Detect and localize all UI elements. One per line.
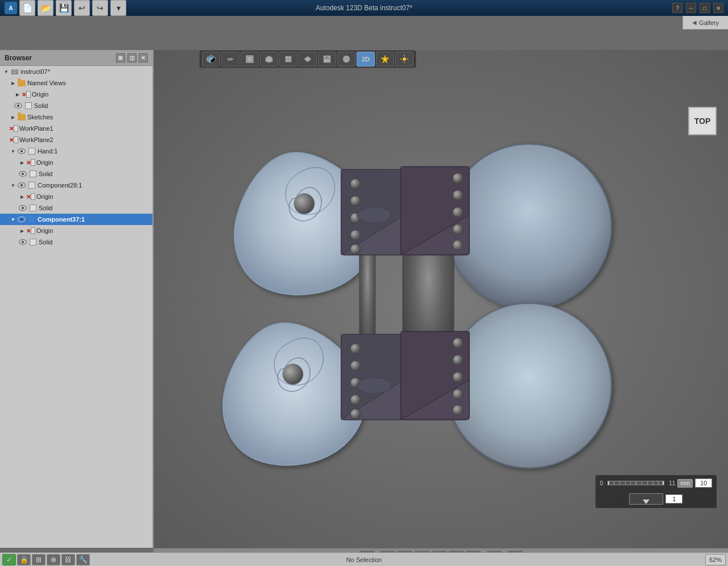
vp-2d-btn[interactable]: 2D [357,52,375,66]
svg-marker-13 [304,56,311,62]
wp1-icon: ✕ [9,124,18,133]
gallery-arrow-left[interactable]: ◀ [692,19,697,26]
expand-component28[interactable]: ▼ [9,181,17,189]
origin-3-label: Origin [36,193,53,200]
tree-solid-2[interactable]: Solid [0,168,152,180]
tree-origin-2[interactable]: ▶ ✕ Origin [0,157,152,168]
tree-origin-1[interactable]: ▶ ✕ Origin [0,89,152,100]
svg-point-59 [357,207,391,223]
vp-right-btn[interactable] [299,52,317,66]
minimize-btn[interactable]: ─ [686,3,696,13]
new-btn[interactable]: 📄 [19,0,35,16]
expand-sketches[interactable]: ▶ [9,113,17,121]
expand-origin-3[interactable]: ▶ [18,193,26,201]
browser-header: Browser ⊞ ◫ ✕ [0,50,152,66]
expand-named-views[interactable]: ▶ [9,79,17,87]
vp-front-btn[interactable] [279,52,297,66]
vp-cube-btn[interactable]: 3D [202,52,220,66]
solid-3-box-icon [28,203,38,213]
vp-iso-btn[interactable] [260,52,278,66]
svg-point-40 [350,409,361,419]
tree-solid-4[interactable]: Solid [0,236,152,248]
sketches-folder-icon [17,113,26,122]
svg-point-48 [453,190,463,201]
tree-origin-4[interactable]: ▶ ✕ Origin [0,225,152,236]
tree-component28[interactable]: ▼ Component28:1 [0,180,152,191]
named-views-label: Named Views [27,80,66,86]
ruler-value: 10 [695,478,712,488]
top-view-label: TOP [688,107,717,135]
comp37-blue-icon [27,215,36,224]
tree-named-views[interactable]: ▶ Named Views [0,77,152,89]
title-left: A 📄 📂 💾 ↩ ↪ ▾ [5,0,126,16]
svg-point-37 [350,361,361,371]
tree-origin-3[interactable]: ▶ ✕ Origin [0,191,152,202]
svg-point-51 [453,240,463,251]
gallery-label: Gallery [699,19,719,26]
redo-btn[interactable]: ↪ [92,0,108,16]
svg-point-24 [294,194,315,214]
status-link-btn[interactable]: ⛓ [61,554,75,565]
app-title: Autodesk 123D Beta instruct07* [316,4,412,12]
close-btn[interactable]: ✕ [713,3,723,13]
status-extra-btn[interactable]: 🔧 [76,554,90,565]
status-grid-btn[interactable]: ⊞ [32,554,46,565]
extra-btn[interactable]: ▾ [110,0,126,16]
tree-solid-1[interactable]: Solid [0,100,152,111]
browser-icon-resize[interactable]: ◫ [127,53,136,63]
viewport-toolbar: 3D ✏ 2D [199,50,416,68]
save-btn[interactable]: 💾 [56,0,72,16]
origin-2-icon: ✕ [26,158,35,167]
status-check-btn[interactable]: ✓ [2,554,16,565]
root-icon [10,67,19,76]
model-area [154,50,728,548]
expand-hand1[interactable]: ▼ [9,147,17,155]
solid-2-box-icon [28,169,38,178]
tree-solid-3[interactable]: Solid [0,202,152,214]
ruler-area: 0 11 mm 10 1 [595,475,717,508]
solid-4-box-icon [28,238,38,247]
vp-sphere-btn[interactable] [337,52,355,66]
status-snap-btn[interactable]: ⊕ [47,554,60,565]
svg-point-50 [453,224,463,235]
zoom-percent-btn[interactable]: 62% [705,554,726,565]
maximize-btn[interactable]: □ [700,3,710,13]
solid-2-eye-icon [18,169,27,178]
viewport[interactable]: TOP [154,50,728,548]
solid-4-label: Solid [39,239,52,245]
help-btn[interactable]: ? [672,3,682,13]
origin-4-label: Origin [36,227,53,234]
expand-origin-2[interactable]: ▶ [18,159,26,167]
tree-workplane1[interactable]: ✕ WorkPlane1 [0,123,152,134]
vp-pencil-btn[interactable]: ✏ [221,52,239,66]
vp-sun-btn[interactable] [395,52,413,66]
tree-root[interactable]: ▼ instruct07* [0,66,152,77]
solid-1-label: Solid [34,102,48,109]
svg-point-19 [403,57,406,61]
browser-icon-close[interactable]: ✕ [139,53,148,63]
status-lock-btn[interactable]: 🔒 [17,554,31,565]
expand-origin-1[interactable]: ▶ [14,90,22,98]
svg-point-29 [350,179,361,189]
expand-root[interactable]: ▼ [2,68,10,76]
tree-workplane2[interactable]: ✕ WorkPlane2 [0,134,152,145]
browser-icon-grid[interactable]: ⊞ [116,53,125,63]
gallery-panel[interactable]: ◀ Gallery [682,16,728,30]
vp-top-btn[interactable] [318,52,336,66]
solid-4-eye-icon [18,238,27,247]
svg-point-57 [453,389,463,399]
expand-origin-4[interactable]: ▶ [18,227,26,235]
svg-point-42 [446,144,611,309]
open-btn[interactable]: 📂 [38,0,53,16]
expand-component37[interactable]: ▼ [9,215,17,223]
tree-hand1[interactable]: ▼ Hand:1 [0,145,152,157]
vp-star-btn[interactable] [376,52,394,66]
tree-sketches[interactable]: ▶ Sketches [0,111,152,123]
undo-btn[interactable]: ↩ [74,0,90,16]
named-views-folder-icon [17,78,26,88]
tree-component37[interactable]: ▼ Component37:1 [0,214,152,225]
workplane2-label: WorkPlane2 [19,136,53,143]
app-icon: A [5,2,17,14]
ruler-unit-btn[interactable]: mm [677,479,693,488]
vp-box-btn[interactable] [241,52,259,66]
